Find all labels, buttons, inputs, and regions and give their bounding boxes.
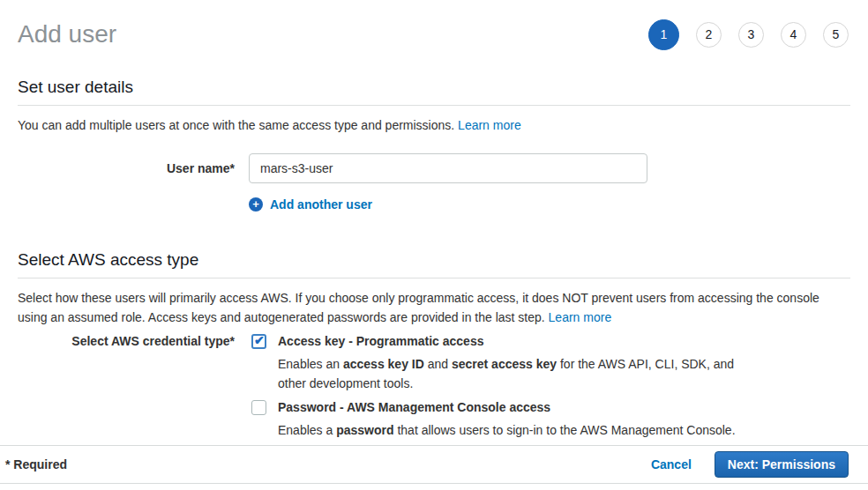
desc-text: Enables an [278,357,343,371]
learn-more-link-access-type[interactable]: Learn more [549,310,612,324]
wizard-footer: * Required Cancel Next: Permissions [0,445,868,484]
step-2: 2 [696,22,722,48]
access-key-option-description: Enables an access key ID and secret acce… [278,354,765,393]
add-another-user-label: Add another user [270,197,372,212]
step-4: 4 [781,22,806,48]
access-type-heading: Select AWS access type [18,250,850,278]
desc-text-bold: access key ID [343,357,424,371]
username-row: User name* [18,153,850,183]
wizard-step-indicator: 1 2 3 4 5 [648,19,849,50]
footer-actions: Cancel Next: Permissions [651,451,849,478]
access-key-option-title[interactable]: Access key - Programmatic access [278,334,765,349]
credential-type-label: Select AWS credential type* [18,334,235,440]
required-note: * Required [5,457,67,471]
user-details-heading: Set user details [18,78,850,106]
access-key-checkbox[interactable] [251,334,266,349]
password-option-text: Password - AWS Management Console access… [278,400,736,440]
desc-text: that allows users to sign-in to the AWS … [394,423,736,437]
user-details-section: Set user details You can add multiple us… [18,78,850,212]
access-key-option-text: Access key - Programmatic access Enables… [278,334,765,393]
password-option-description: Enables a password that allows users to … [278,420,736,440]
credential-type-row: Select AWS credential type* Access key -… [18,334,850,440]
access-type-section: Select AWS access type Select how these … [18,250,850,440]
access-key-option: Access key - Programmatic access Enables… [251,334,765,393]
user-details-description-text: You can add multiple users at once with … [18,118,454,132]
step-5: 5 [823,22,849,48]
username-label: User name* [18,161,235,175]
access-type-description-text: Select how these users will primarily ac… [18,291,819,324]
desc-text-bold: secret access key [452,357,557,371]
desc-text: and [424,357,452,371]
password-option: Password - AWS Management Console access… [251,400,765,440]
user-details-description: You can add multiple users at once with … [18,115,850,135]
next-permissions-button[interactable]: Next: Permissions [715,451,849,478]
add-another-user-button[interactable]: + Add another user [249,197,372,212]
username-input[interactable] [249,153,647,183]
step-1: 1 [648,19,679,50]
plus-circle-icon: + [249,197,263,212]
add-user-page: Add user 1 2 3 4 5 Set user details You … [0,0,868,440]
desc-text-bold: password [336,423,393,437]
step-3: 3 [738,22,764,48]
learn-more-link-user-details[interactable]: Learn more [458,118,521,132]
access-type-description: Select how these users will primarily ac… [18,288,850,327]
desc-text: Enables a [278,423,336,437]
page-header: Add user 1 2 3 4 5 [18,0,850,55]
cancel-button[interactable]: Cancel [651,457,692,471]
credential-options: Access key - Programmatic access Enables… [251,334,765,440]
page-title: Add user [18,20,116,48]
password-checkbox[interactable] [251,400,266,415]
password-option-title[interactable]: Password - AWS Management Console access [278,400,736,415]
